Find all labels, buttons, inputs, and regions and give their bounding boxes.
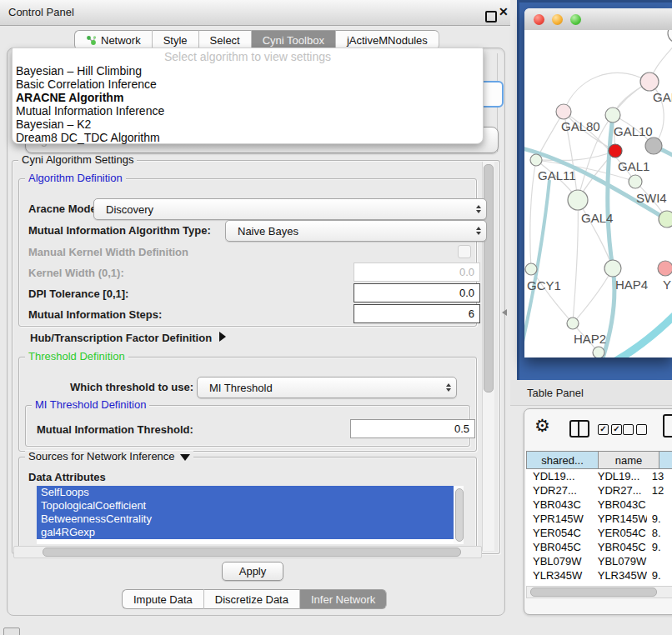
float-window-icon[interactable] — [485, 11, 497, 22]
column-header-name[interactable]: name — [599, 451, 659, 469]
document-icon[interactable] — [663, 414, 672, 438]
table-row[interactable]: YBR043CYBR043C — [526, 498, 672, 512]
apply-button[interactable]: Apply — [222, 562, 283, 581]
column-header-shared[interactable]: shared... — [526, 451, 599, 469]
table-cell: 13 — [647, 469, 672, 483]
table-row[interactable]: YPR145WYPR145W9. — [526, 512, 672, 526]
table-hscrollbar-track[interactable] — [526, 586, 672, 598]
collapse-down-icon[interactable] — [180, 454, 190, 461]
network-edge[interactable] — [573, 268, 613, 323]
table-row[interactable]: YBR045CYBR045C9. — [526, 540, 672, 554]
top-tab-bar: NetworkStyleSelectCyni ToolboxjActiveMNo… — [74, 30, 439, 48]
attribute-item-topologicalcoefficient[interactable]: TopologicalCoefficient — [37, 499, 454, 512]
network-canvas-svg: GALGAL80GAL10GAL1GAL11SWI4GAL4GCY1HAP4YH… — [524, 30, 672, 358]
sources-title: Sources for Network Inference — [28, 450, 175, 462]
hub-definition-toggle[interactable]: Hub/Transcription Factor Definition — [30, 332, 226, 344]
network-node[interactable] — [593, 347, 604, 358]
tab-label: Discretize Data — [215, 593, 288, 606]
close-traffic-light-icon[interactable] — [534, 14, 544, 25]
tab-infer-network[interactable]: Infer Network — [300, 589, 387, 609]
table-cell: YLR345W — [526, 568, 591, 582]
settings-hscrollbar-track[interactable] — [13, 546, 482, 558]
splitter-collapse-icon[interactable] — [502, 309, 507, 316]
expand-right-icon[interactable] — [219, 332, 226, 342]
network-edge[interactable] — [608, 115, 613, 268]
network-node-gcy1[interactable] — [525, 263, 537, 275]
mi-algorithm-type-value: Naive Bayes — [238, 225, 298, 238]
minimized-panel-icon[interactable] — [3, 628, 20, 635]
table-hscrollbar-thumb[interactable] — [530, 588, 657, 597]
network-node-gal80[interactable] — [556, 104, 571, 119]
network-edge[interactable] — [530, 160, 536, 269]
attribute-item-gal4rgexp[interactable]: gal4RGexp — [37, 526, 454, 539]
table-cell: YER054C — [591, 526, 647, 540]
kernel-width-field[interactable]: 0.0 — [354, 262, 480, 282]
network-edge[interactable] — [564, 73, 649, 112]
network-node-y[interactable] — [658, 261, 672, 276]
network-canvas[interactable]: GALGAL80GAL10GAL1GAL11SWI4GAL4GCY1HAP4YH… — [524, 30, 672, 358]
node-label: GAL — [653, 90, 672, 104]
minimize-traffic-light-icon[interactable] — [552, 14, 563, 25]
mi-threshold-field[interactable]: 0.5 — [350, 419, 475, 438]
table-row[interactable]: YBL079WYBL079W — [526, 554, 672, 568]
network-node-hap4[interactable] — [604, 260, 621, 277]
table-row[interactable]: YDL19...YDL19...13 — [526, 469, 672, 483]
mi-steps-label: Mutual Information Steps: — [28, 308, 162, 321]
table-header-row: shared...name — [526, 451, 672, 469]
network-node-gal4[interactable] — [568, 190, 588, 210]
tab-impute-data[interactable]: Impute Data — [122, 589, 204, 609]
table-cell: 9. — [647, 512, 672, 526]
column-header-clipped[interactable] — [659, 451, 672, 469]
node-label: GAL80 — [561, 119, 600, 133]
network-node-hap2[interactable] — [567, 318, 579, 329]
network-node-gal[interactable] — [640, 72, 659, 91]
mi-steps-field[interactable]: 6 — [354, 304, 480, 323]
table-row[interactable]: YDR27...YDR27...12 — [526, 483, 672, 498]
tab-label: Infer Network — [311, 593, 375, 606]
network-edge[interactable] — [531, 269, 573, 323]
network-node-gal1[interactable] — [629, 175, 642, 188]
sources-title-row[interactable]: Sources for Network Inference — [25, 451, 193, 462]
network-node[interactable] — [609, 144, 622, 158]
table-cell: YBR043C — [591, 498, 647, 512]
dropdown-item-bayesian-k2[interactable]: Bayesian – K2 — [16, 118, 479, 131]
checked-pair-icon[interactable]: ✓✓ — [598, 424, 622, 435]
attributes-scrollbar-thumb[interactable] — [455, 488, 464, 542]
app-root: Control Panel ✕ NetworkStyleSelectCyni T… — [0, 0, 672, 635]
dropdown-item-mutual-information-inference[interactable]: Mutual Information Inference — [16, 104, 479, 118]
mi-algorithm-type-combo[interactable]: Naive Bayes — [225, 220, 487, 242]
split-view-icon[interactable] — [569, 420, 589, 438]
network-node-gal11[interactable] — [530, 154, 542, 166]
dpi-tolerance-field[interactable]: 0.0 — [354, 283, 480, 302]
attribute-item-selfloops[interactable]: SelfLoops — [37, 486, 454, 499]
network-node-gal10[interactable] — [605, 108, 620, 122]
dropdown-item-bayesian-hill-climbing[interactable]: Bayesian – Hill Climbing — [16, 64, 479, 78]
table-row[interactable]: YER054CYER054C8. — [526, 526, 672, 540]
network-node-swi4[interactable] — [659, 211, 672, 228]
which-threshold-combo[interactable]: MI Threshold — [197, 377, 457, 398]
settings-hscrollbar-thumb[interactable] — [43, 548, 461, 557]
manual-kernel-label: Manual Kernel Width Definition — [28, 246, 188, 258]
tab-discretize-data[interactable]: Discretize Data — [204, 589, 300, 609]
dropdown-item-dream8-dc-tdc-algorithm[interactable]: Dream8 DC_TDC Algorithm — [16, 131, 479, 144]
gear-icon[interactable]: ⚙ — [534, 416, 550, 436]
combo-spinner-icon — [446, 383, 451, 392]
attribute-item-betweennesscentrality[interactable]: BetweennessCentrality — [37, 512, 454, 526]
attributes-scrollbar-track[interactable] — [454, 486, 464, 544]
network-node[interactable] — [668, 30, 672, 42]
manual-kernel-checkbox[interactable] — [458, 245, 471, 258]
dropdown-item-aracne-algorithm[interactable]: ARACNE Algorithm — [16, 91, 479, 104]
dropdown-item-basic-correlation-inference[interactable]: Basic Correlation Inference — [16, 78, 479, 91]
close-icon[interactable]: ✕ — [499, 5, 509, 18]
tab-label: Select — [210, 34, 240, 47]
table-cell: YER054C — [526, 526, 591, 540]
table-row[interactable]: YLR345WYLR345W9. — [526, 568, 672, 582]
unchecked-pair-icon[interactable] — [623, 424, 647, 435]
network-edge[interactable] — [611, 302, 672, 358]
checkbox-glyph — [636, 424, 647, 435]
aracne-mode-combo[interactable]: Discovery — [93, 198, 487, 220]
zoom-traffic-light-icon[interactable] — [570, 14, 581, 25]
network-window-titlebar[interactable] — [524, 8, 672, 31]
network-node[interactable] — [645, 138, 662, 154]
network-edge[interactable] — [573, 200, 578, 323]
